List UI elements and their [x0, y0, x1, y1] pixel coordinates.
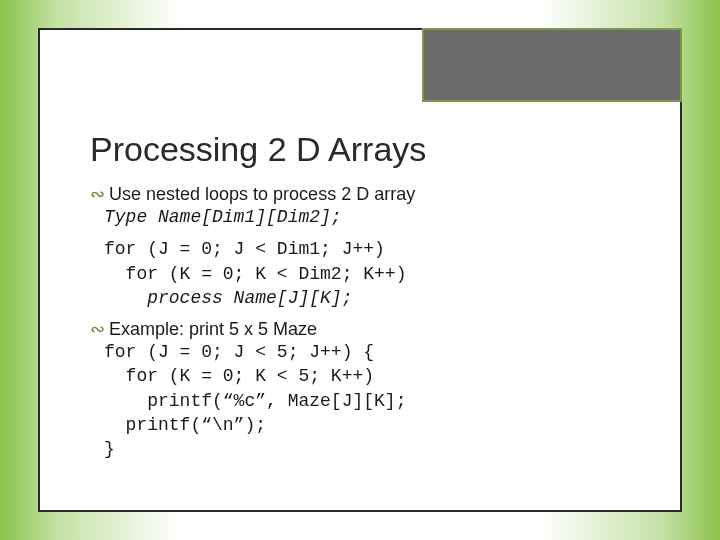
bullet-icon: ∾	[90, 318, 105, 340]
corner-decoration	[422, 28, 682, 102]
code-line: printf(“\n”);	[104, 413, 630, 437]
bullet-item-2: ∾ Example: print 5 x 5 Maze	[90, 318, 630, 340]
code-line: for (J = 0; J < 5; J++) {	[104, 340, 630, 364]
code-blank	[104, 229, 630, 237]
bullet-text-2: Example: print 5 x 5 Maze	[109, 319, 317, 340]
slide-content: Processing 2 D Arrays ∾ Use nested loops…	[90, 130, 630, 466]
slide-title: Processing 2 D Arrays	[90, 130, 630, 169]
code-line: for (J = 0; J < Dim1; J++)	[104, 237, 630, 261]
code-line: }	[104, 437, 630, 461]
bullet-item-1: ∾ Use nested loops to process 2 D array	[90, 183, 630, 205]
code-block-2: for (J = 0; J < 5; J++) { for (K = 0; K …	[104, 340, 630, 461]
code-line: process Name[J][K];	[104, 286, 630, 310]
code-line: Type Name[Dim1][Dim2];	[104, 205, 630, 229]
code-block-1: Type Name[Dim1][Dim2]; for (J = 0; J < D…	[104, 205, 630, 310]
bullet-text-1: Use nested loops to process 2 D array	[109, 184, 415, 205]
bullet-icon: ∾	[90, 183, 105, 205]
code-line: for (K = 0; K < Dim2; K++)	[104, 262, 630, 286]
code-line: for (K = 0; K < 5; K++)	[104, 364, 630, 388]
code-line: printf(“%c”, Maze[J][K];	[104, 389, 630, 413]
slide-frame: Processing 2 D Arrays ∾ Use nested loops…	[38, 28, 682, 512]
